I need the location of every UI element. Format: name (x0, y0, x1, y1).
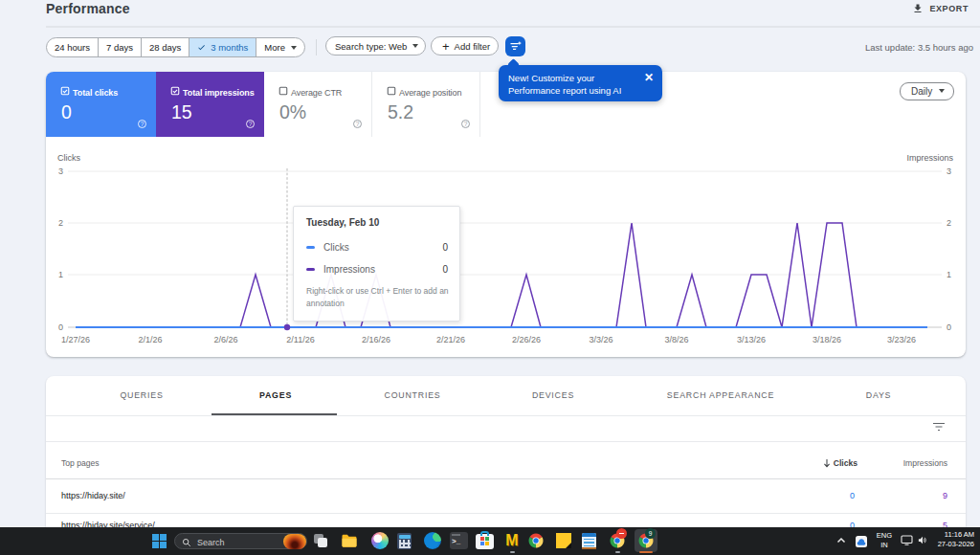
svg-text:0: 0 (58, 322, 63, 332)
svg-text:2/6/26: 2/6/26 (213, 335, 237, 344)
svg-text:2/1/26: 2/1/26 (138, 335, 162, 344)
svg-text:3/13/26: 3/13/26 (737, 335, 766, 344)
svg-text:2: 2 (947, 218, 951, 228)
svg-text:1/27/26: 1/27/26 (61, 335, 90, 344)
svg-text:2/26/26: 2/26/26 (512, 335, 541, 344)
svg-text:3: 3 (947, 166, 951, 176)
svg-text:3: 3 (58, 166, 63, 176)
svg-text:Impressions: Impressions (906, 153, 953, 163)
svg-text:3/3/26: 3/3/26 (589, 335, 612, 344)
svg-text:1: 1 (947, 270, 951, 279)
svg-text:3/23/26: 3/23/26 (887, 335, 916, 344)
svg-text:3/8/26: 3/8/26 (664, 335, 688, 344)
svg-text:Clicks: Clicks (57, 153, 80, 163)
svg-text:0: 0 (947, 322, 951, 332)
svg-text:3/18/26: 3/18/26 (813, 335, 841, 344)
svg-text:2/16/26: 2/16/26 (362, 335, 390, 344)
svg-text:1: 1 (58, 270, 63, 279)
svg-text:2/11/26: 2/11/26 (286, 335, 314, 344)
svg-text:2: 2 (58, 218, 63, 228)
svg-text:2/21/26: 2/21/26 (436, 335, 465, 344)
